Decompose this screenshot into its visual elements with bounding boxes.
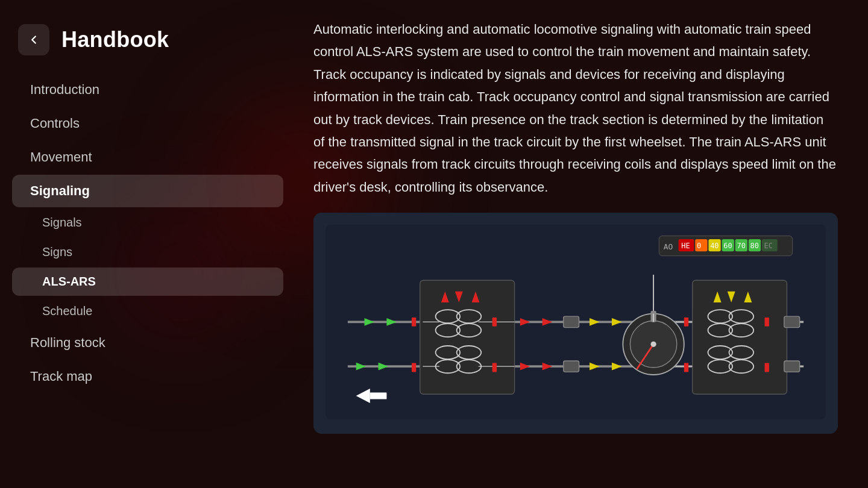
back-button[interactable] [18, 24, 49, 55]
svg-marker-46 [542, 318, 553, 326]
svg-rect-71 [765, 318, 769, 327]
svg-marker-45 [520, 318, 530, 326]
sidebar-sub-item-als-ars[interactable]: ALS-ARS [12, 267, 283, 296]
sidebar-item-movement[interactable]: Movement [12, 141, 283, 174]
svg-text:40: 40 [710, 242, 719, 250]
svg-text:70: 70 [737, 242, 745, 250]
svg-text:АО: АО [664, 242, 673, 251]
svg-text:ЕС: ЕС [764, 242, 773, 250]
sidebar-item-rolling-stock[interactable]: Rolling stock [12, 327, 283, 359]
svg-rect-43 [564, 316, 579, 327]
app-container: Handbook IntroductionControlsMovementSig… [0, 0, 868, 488]
svg-text:НЕ: НЕ [681, 242, 690, 250]
nav-list: IntroductionControlsMovementSignalingSig… [0, 74, 295, 393]
svg-rect-44 [564, 361, 579, 372]
sidebar-item-controls[interactable]: Controls [12, 107, 283, 140]
svg-marker-83 [356, 389, 370, 403]
svg-marker-74 [590, 318, 600, 326]
svg-marker-76 [590, 363, 600, 371]
diagram-container: АО НЕ 0 40 60 70 80 ЕС [313, 213, 838, 434]
sidebar-sub-item-signals[interactable]: Signals [12, 208, 283, 237]
svg-rect-86 [784, 361, 800, 372]
svg-marker-19 [386, 318, 397, 326]
svg-rect-85 [784, 316, 800, 327]
diagram-svg: АО НЕ 0 40 60 70 80 ЕС [326, 225, 826, 419]
svg-rect-34 [412, 318, 416, 327]
app-title: Handbook [61, 27, 169, 52]
svg-text:0: 0 [697, 242, 701, 250]
content-text: Automatic interlocking and automatic loc… [313, 18, 838, 198]
svg-marker-75 [612, 318, 622, 326]
svg-rect-35 [492, 318, 497, 327]
svg-marker-47 [520, 363, 530, 371]
svg-rect-84 [370, 393, 387, 399]
sidebar-sub-item-signs[interactable]: Signs [12, 238, 283, 266]
sidebar: Handbook IntroductionControlsMovementSig… [0, 0, 295, 488]
svg-rect-37 [492, 363, 497, 372]
svg-marker-39 [379, 363, 389, 371]
diagram-inner: АО НЕ 0 40 60 70 80 ЕС [313, 213, 838, 434]
svg-text:60: 60 [723, 242, 732, 250]
svg-marker-38 [356, 363, 366, 371]
svg-rect-36 [412, 363, 416, 372]
svg-rect-70 [684, 318, 688, 327]
sidebar-sub-item-schedule[interactable]: Schedule [12, 297, 283, 325]
svg-marker-48 [542, 363, 553, 371]
svg-point-54 [650, 342, 656, 347]
header: Handbook [0, 18, 295, 74]
svg-marker-18 [365, 318, 375, 326]
svg-marker-77 [612, 363, 622, 371]
main-content: Automatic interlocking and automatic loc… [295, 0, 868, 488]
svg-rect-72 [684, 363, 688, 372]
svg-text:80: 80 [750, 242, 759, 250]
svg-rect-73 [765, 363, 769, 372]
sidebar-item-track-map[interactable]: Track map [12, 360, 283, 393]
sidebar-item-signaling[interactable]: Signaling [12, 175, 283, 207]
sidebar-item-introduction[interactable]: Introduction [12, 74, 283, 106]
